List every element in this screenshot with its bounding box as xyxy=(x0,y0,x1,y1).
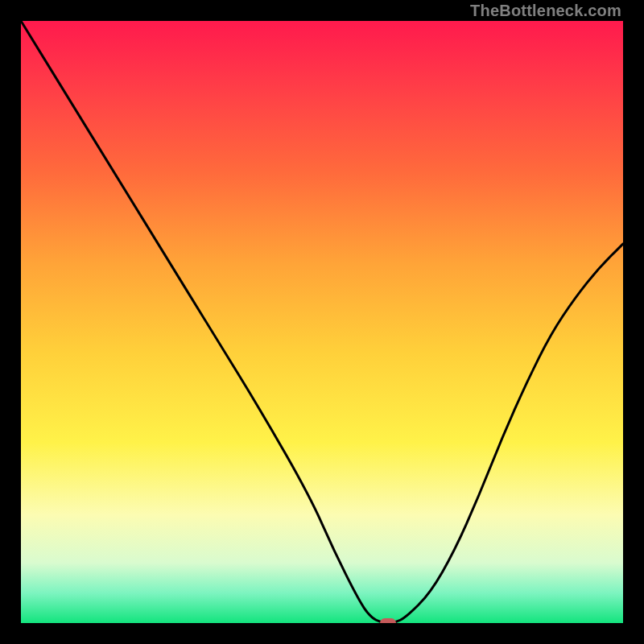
plot-area xyxy=(21,21,623,623)
bottleneck-curve xyxy=(21,21,623,623)
watermark-text: TheBottleneck.com xyxy=(470,2,621,20)
optimal-marker xyxy=(380,618,396,623)
chart-frame: TheBottleneck.com xyxy=(0,0,644,644)
